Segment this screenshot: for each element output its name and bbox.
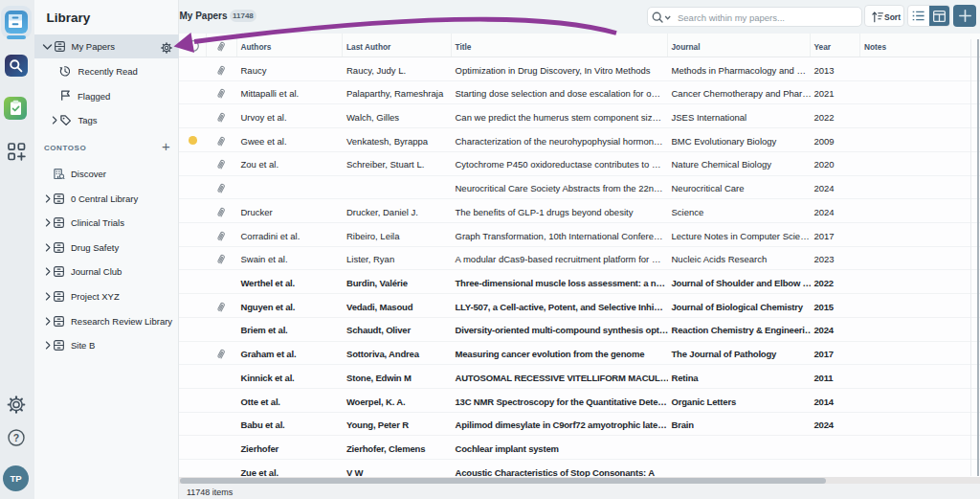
svg-text:?: ? [13,432,19,443]
